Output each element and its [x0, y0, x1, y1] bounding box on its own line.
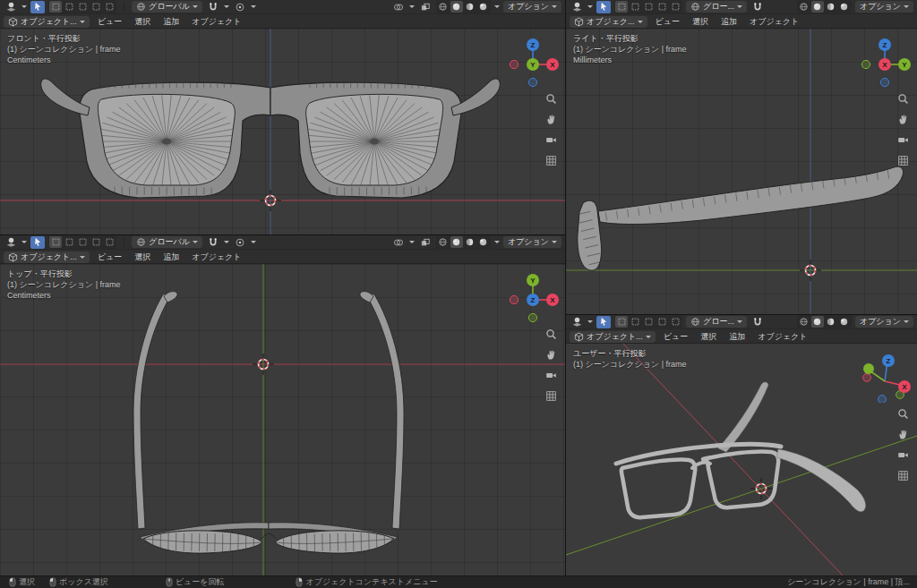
select-mode-subtract-button[interactable] [642, 1, 655, 13]
xray-toggle-button[interactable] [418, 1, 433, 13]
camera-icon[interactable] [545, 370, 557, 381]
menu-select[interactable]: 選択 [130, 16, 155, 28]
active-tool-select-box-button[interactable] [30, 236, 45, 249]
select-mode-extend-button[interactable] [63, 236, 75, 248]
options-dropdown[interactable]: オプション [503, 236, 561, 248]
viewport-user-canvas[interactable]: ユーザー・平行投影 (1) シーンコレクション | frame Z X [566, 344, 917, 575]
active-tool-select-box-button[interactable] [596, 1, 611, 13]
select-mode-subtract-button[interactable] [76, 236, 89, 248]
glasses-model-3d[interactable] [616, 382, 866, 517]
select-mode-invert-button[interactable] [90, 1, 102, 13]
snap-magnet-button[interactable] [206, 1, 220, 13]
grid-toggle-icon[interactable] [545, 390, 557, 402]
grid-toggle-icon[interactable] [897, 470, 909, 481]
camera-icon[interactable] [545, 134, 557, 146]
select-mode-extend-button[interactable] [629, 316, 641, 328]
select-mode-new-button[interactable] [49, 1, 62, 13]
mode-dropdown[interactable]: オブジェクト... [4, 251, 90, 263]
select-mode-extend-button[interactable] [629, 1, 641, 13]
glasses-model-side[interactable] [578, 166, 904, 270]
active-tool-select-box-button[interactable] [596, 316, 611, 328]
transform-orientation-dropdown[interactable]: グロー... [686, 316, 747, 328]
transform-orientation-dropdown[interactable]: グローバル [132, 1, 202, 13]
select-mode-intersect-button[interactable] [669, 316, 681, 328]
overlays-button[interactable] [391, 1, 406, 13]
hand-icon[interactable] [897, 114, 909, 125]
xray-toggle-button[interactable] [418, 236, 433, 249]
active-tool-select-box-button[interactable] [30, 1, 45, 13]
shading-solid-button[interactable] [811, 1, 824, 13]
shading-solid-button[interactable] [811, 316, 824, 328]
shading-rendered-button[interactable] [838, 1, 851, 13]
mode-dropdown[interactable]: オブジェクト... [4, 16, 90, 28]
snap-magnet-button[interactable] [750, 1, 765, 13]
menu-add[interactable]: 追加 [159, 251, 184, 263]
shading-material-button[interactable] [464, 236, 476, 248]
navigation-gizmo[interactable]: Y X Z [506, 269, 560, 323]
viewport-right-canvas[interactable]: ライト・平行投影 (1) シーンコレクション | frame Millimete… [566, 29, 917, 314]
snap-magnet-button[interactable] [206, 236, 220, 249]
select-mode-invert-button[interactable] [656, 1, 668, 13]
menu-object[interactable]: オブジェクト [753, 331, 811, 343]
select-mode-new-button[interactable] [615, 1, 628, 13]
options-dropdown[interactable]: オプション [855, 1, 913, 13]
menu-select[interactable]: 選択 [688, 16, 713, 28]
select-mode-new-button[interactable] [49, 236, 62, 248]
zoom-icon[interactable] [897, 408, 909, 420]
navigation-gizmo[interactable]: Z X Y [506, 34, 560, 88]
zoom-icon[interactable] [545, 93, 557, 105]
viewport-front-canvas[interactable]: フロント・平行投影 (1) シーンコレクション | frame Centimet… [0, 29, 565, 234]
viewport-top-canvas[interactable]: トップ・平行投影 (1) シーンコレクション | frame Centimete… [0, 264, 565, 575]
shading-wireframe-button[interactable] [798, 1, 810, 13]
proportional-editing-button[interactable] [233, 236, 247, 249]
shading-material-button[interactable] [825, 316, 837, 328]
select-mode-subtract-button[interactable] [76, 1, 89, 13]
select-mode-invert-button[interactable] [90, 236, 102, 248]
menu-object[interactable]: オブジェクト [745, 16, 803, 28]
menu-view[interactable]: ビュー [659, 331, 692, 343]
menu-select[interactable]: 選択 [696, 331, 721, 343]
shading-rendered-button[interactable] [838, 316, 851, 328]
proportional-editing-button[interactable] [233, 1, 247, 13]
options-dropdown[interactable]: オプション [503, 1, 561, 13]
editor-type-button[interactable] [4, 236, 18, 249]
select-mode-subtract-button[interactable] [642, 316, 655, 328]
shading-rendered-button[interactable] [477, 1, 490, 13]
shading-wireframe-button[interactable] [437, 1, 450, 13]
shading-material-button[interactable] [464, 1, 476, 13]
shading-rendered-button[interactable] [477, 236, 490, 248]
transform-orientation-dropdown[interactable]: グローバル [132, 236, 202, 248]
glasses-model-top[interactable] [133, 292, 404, 554]
select-mode-new-button[interactable] [615, 316, 628, 328]
shading-solid-button[interactable] [450, 1, 463, 13]
select-mode-intersect-button[interactable] [103, 236, 116, 248]
select-mode-extend-button[interactable] [63, 1, 75, 13]
camera-icon[interactable] [897, 134, 909, 146]
navigation-gizmo[interactable]: Z Y X [858, 34, 912, 88]
select-mode-intersect-button[interactable] [669, 1, 681, 13]
select-mode-intersect-button[interactable] [103, 1, 116, 13]
hand-icon[interactable] [545, 349, 557, 361]
menu-view[interactable]: ビュー [93, 16, 126, 28]
grid-toggle-icon[interactable] [897, 155, 909, 166]
shading-material-button[interactable] [825, 1, 837, 13]
select-mode-invert-button[interactable] [656, 316, 668, 328]
menu-object[interactable]: オブジェクト [187, 16, 245, 28]
hand-icon[interactable] [545, 114, 557, 125]
options-dropdown[interactable]: オプション [855, 316, 913, 328]
shading-wireframe-button[interactable] [437, 236, 450, 248]
menu-add[interactable]: 追加 [159, 16, 184, 28]
zoom-icon[interactable] [897, 93, 909, 105]
transform-orientation-dropdown[interactable]: グロー... [686, 1, 747, 13]
menu-add[interactable]: 追加 [724, 331, 750, 343]
menu-view[interactable]: ビュー [93, 251, 126, 263]
shading-solid-button[interactable] [450, 236, 463, 248]
hand-icon[interactable] [897, 429, 909, 440]
overlays-button[interactable] [391, 236, 406, 249]
menu-select[interactable]: 選択 [130, 251, 155, 263]
menu-object[interactable]: オブジェクト [187, 251, 245, 263]
editor-type-button[interactable] [570, 1, 584, 13]
shading-wireframe-button[interactable] [798, 316, 810, 328]
camera-icon[interactable] [897, 449, 909, 461]
navigation-gizmo[interactable]: Z X [858, 349, 912, 403]
